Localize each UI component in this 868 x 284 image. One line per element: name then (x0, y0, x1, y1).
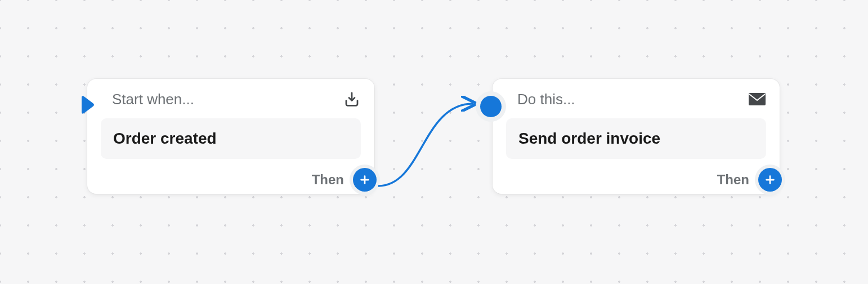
action-node-footer: Then (506, 168, 780, 194)
action-node[interactable]: Do this... Send order invoice Then (493, 79, 780, 194)
svg-rect-0 (749, 93, 766, 105)
node-input-dot[interactable] (480, 96, 502, 117)
play-icon (79, 94, 96, 116)
add-step-button[interactable] (353, 168, 377, 192)
connector-arrow (372, 79, 495, 203)
envelope-icon (748, 90, 766, 108)
trigger-node[interactable]: Start when... Order created Then (87, 79, 374, 194)
trigger-content[interactable]: Order created (101, 118, 361, 159)
action-header-label: Do this... (517, 91, 575, 108)
trigger-footer-label: Then (312, 172, 344, 188)
trigger-node-footer: Then (101, 168, 374, 194)
action-content[interactable]: Send order invoice (506, 118, 766, 159)
trigger-header-label: Start when... (112, 91, 194, 108)
workflow-canvas[interactable]: Start when... Order created Then (0, 0, 868, 284)
action-node-header: Do this... (506, 90, 766, 108)
action-footer-label: Then (717, 172, 749, 188)
trigger-node-header: Start when... (101, 90, 361, 108)
add-step-button[interactable] (758, 168, 782, 192)
import-icon (343, 90, 361, 108)
